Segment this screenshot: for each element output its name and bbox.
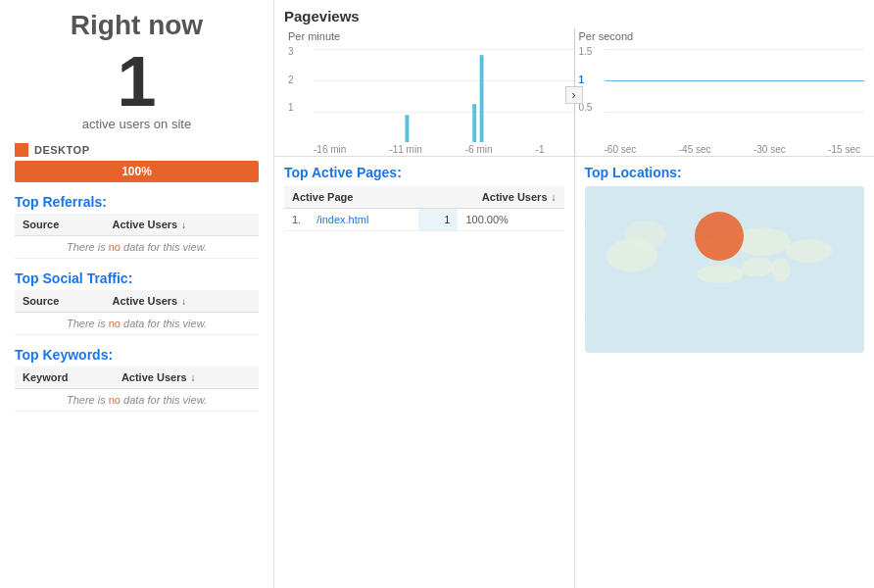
- per-second-x-labels: -60 sec -45 sec -30 sec -15 sec: [575, 144, 865, 155]
- svg-rect-0: [405, 115, 409, 142]
- top-locations-title: Top Locations:: [585, 165, 865, 180]
- x-label-11min: -11 min: [389, 144, 421, 155]
- social-sort-icon[interactable]: ↓: [181, 296, 186, 307]
- page-link-1[interactable]: /index.html: [309, 209, 418, 231]
- svg-point-11: [606, 239, 656, 271]
- map-location-dot: [695, 212, 744, 261]
- map-svg: [585, 186, 865, 353]
- top-locations-section: Top Locations:: [575, 157, 875, 588]
- keywords-users-col: Active Users ↓: [114, 367, 259, 389]
- x-label-60sec: -60 sec: [605, 144, 637, 155]
- per-second-chart-area: 1.5 1 0.5: [575, 44, 865, 142]
- top-active-pages-section: Top Active Pages: Active Page Active Use…: [274, 157, 575, 588]
- pageviews-title: Pageviews: [284, 8, 864, 24]
- right-panel: Pageviews Per minute 3 2 1: [274, 0, 874, 588]
- left-panel: Right now 1 active users on site DESKTOP…: [0, 0, 274, 588]
- keywords-no-data-row: There is no data for this view.: [15, 389, 259, 412]
- page-row-1: 1. /index.html 1 100.00%: [284, 209, 564, 231]
- x-label-45sec: -45 sec: [679, 144, 711, 155]
- social-users-col: Active Users ↓: [105, 290, 259, 313]
- x-label-6min: -6 min: [465, 144, 493, 155]
- pages-table-header: Active Page Active Users ↓: [284, 186, 564, 209]
- active-users-col-header: Active Users ↓: [418, 186, 563, 209]
- top-social-title: Top Social Traffic:: [15, 270, 259, 286]
- svg-point-13: [771, 258, 790, 281]
- keywords-keyword-col: Keyword: [15, 367, 114, 389]
- active-count: 1: [15, 46, 259, 117]
- progress-bar-fill: 100%: [15, 161, 259, 182]
- device-name: DESKTOP: [34, 144, 89, 156]
- social-source-col: Source: [15, 290, 105, 313]
- referrals-no-data-text: There is no data for this view.: [15, 236, 259, 259]
- y-label-3: 3: [288, 46, 310, 57]
- svg-point-12: [785, 239, 832, 263]
- per-second-bars-svg: [605, 44, 865, 142]
- per-minute-chart: Per minute 3 2 1: [284, 28, 575, 156]
- per-minute-label: Per minute: [284, 28, 574, 44]
- pages-sort-icon[interactable]: ↓: [552, 192, 557, 203]
- map-container: [585, 186, 865, 353]
- page-count-1: 1: [418, 209, 458, 231]
- svg-point-9: [741, 258, 773, 276]
- top-social-header: Source Active Users ↓: [15, 290, 259, 313]
- svg-point-8: [697, 265, 744, 283]
- top-keywords-title: Top Keywords:: [15, 347, 259, 363]
- per-minute-chart-area: 3 2 1: [284, 44, 574, 142]
- desktop-icon: [15, 143, 28, 157]
- y-label-1-highlight: 1: [579, 74, 601, 85]
- per-second-label: Per second: [575, 28, 865, 44]
- progress-bar-bg: 100%: [15, 161, 259, 182]
- charts-row: Per minute 3 2 1: [284, 28, 864, 156]
- x-label-1min: -1: [536, 144, 545, 155]
- y-label-0.5: 0.5: [579, 102, 601, 113]
- referrals-source-col: Source: [15, 214, 105, 236]
- keywords-no-data-text: There is no data for this view.: [15, 389, 259, 412]
- svg-rect-2: [480, 55, 484, 142]
- x-label-15sec: -15 sec: [828, 144, 860, 155]
- keywords-sort-icon[interactable]: ↓: [191, 372, 196, 383]
- x-label-30sec: -30 sec: [753, 144, 786, 155]
- per-minute-x-labels: -16 min -11 min -6 min -1: [284, 144, 574, 155]
- top-referrals-table: Source Active Users ↓ There is no data f…: [15, 214, 259, 259]
- social-no-data-row: There is no data for this view.: [15, 313, 259, 335]
- top-referrals-header: Source Active Users ↓: [15, 214, 259, 236]
- y-label-2: 2: [288, 74, 310, 85]
- top-active-pages-table: Active Page Active Users ↓ 1. /index.htm…: [284, 186, 564, 231]
- y-label-1.5: 1.5: [579, 46, 601, 57]
- page-pct-1: 100.00%: [458, 209, 563, 231]
- svg-rect-1: [472, 104, 476, 142]
- referrals-sort-icon[interactable]: ↓: [181, 220, 186, 230]
- right-now-title: Right now: [15, 10, 259, 41]
- page-num-1: 1.: [284, 209, 309, 231]
- active-page-col-header: Active Page: [284, 186, 418, 209]
- chart-nav-right-btn[interactable]: ›: [565, 86, 583, 104]
- per-minute-bars-svg: [314, 44, 574, 142]
- top-keywords-header: Keyword Active Users ↓: [15, 367, 259, 389]
- top-active-pages-title: Top Active Pages:: [284, 165, 564, 180]
- referrals-no-data-row: There is no data for this view.: [15, 236, 259, 259]
- top-social-table: Source Active Users ↓ There is no data f…: [15, 290, 259, 335]
- per-second-chart: Per second 1.5 1 0.5: [575, 28, 865, 156]
- top-keywords-table: Keyword Active Users ↓ There is no data …: [15, 367, 259, 412]
- bottom-right: Top Active Pages: Active Page Active Use…: [274, 157, 874, 588]
- pageviews-section: Pageviews Per minute 3 2 1: [274, 0, 874, 157]
- referrals-users-col: Active Users ↓: [105, 214, 259, 236]
- y-label-1: 1: [288, 102, 310, 113]
- top-referrals-title: Top Referrals:: [15, 194, 259, 210]
- active-label: active users on site: [15, 117, 259, 131]
- social-no-data-text: There is no data for this view.: [15, 313, 259, 335]
- x-label-16min: -16 min: [314, 144, 346, 155]
- device-label: DESKTOP: [15, 143, 259, 157]
